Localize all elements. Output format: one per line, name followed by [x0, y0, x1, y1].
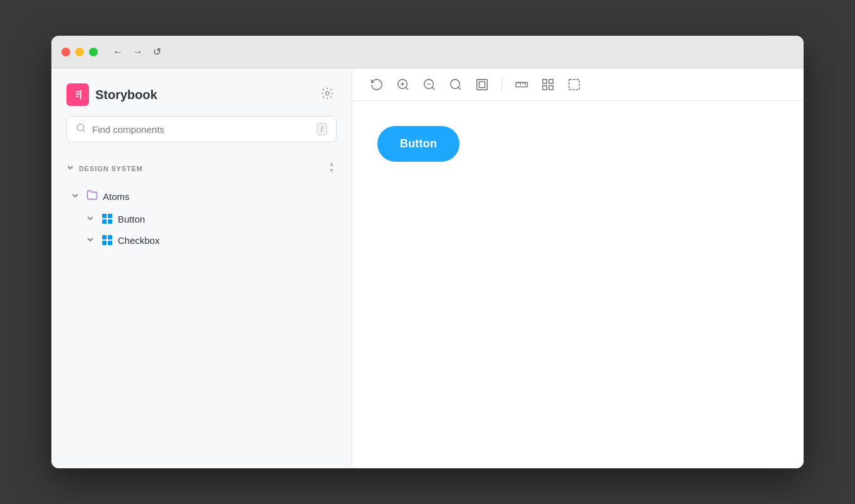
svg-rect-7 [479, 81, 485, 87]
main-area: Storybook [51, 68, 804, 468]
sidebar: Storybook [51, 68, 352, 468]
sidebar-item-atoms[interactable]: Atoms [61, 184, 342, 208]
svg-rect-6 [477, 79, 488, 90]
search-container: / [51, 116, 352, 157]
search-shortcut: / [317, 123, 327, 135]
svg-rect-9 [543, 79, 547, 83]
svg-rect-13 [569, 79, 580, 90]
search-input-wrapper[interactable]: / [66, 116, 337, 142]
traffic-lights [61, 48, 98, 56]
toolbar-divider [501, 77, 502, 92]
section-title: DESIGN SYSTEM [79, 165, 143, 172]
ruler-button[interactable] [510, 74, 533, 95]
search-input[interactable] [92, 124, 310, 135]
svg-rect-12 [549, 85, 553, 89]
browser-window: ← → ↺ Storybook [51, 36, 804, 468]
zoom-out-button[interactable] [417, 74, 441, 95]
svg-rect-10 [549, 79, 553, 83]
svg-point-1 [325, 92, 329, 95]
zoom-in-button[interactable] [391, 74, 415, 95]
folder-icon [87, 189, 98, 203]
atoms-chevron-icon [71, 192, 81, 201]
storybook-logo-icon [66, 83, 89, 106]
sidebar-item-checkbox[interactable]: Checkbox [61, 229, 342, 251]
canvas-area: Button [352, 68, 804, 468]
preview-button[interactable]: Button [377, 126, 459, 162]
section-title-area: DESIGN SYSTEM [66, 164, 143, 173]
section-chevron-icon [66, 164, 74, 173]
sidebar-header: Storybook [51, 68, 352, 116]
svg-rect-11 [543, 85, 547, 89]
svg-rect-8 [516, 82, 527, 87]
canvas-content: Button [352, 101, 804, 468]
minimize-button[interactable] [75, 48, 84, 56]
search-icon [76, 123, 86, 135]
logo-area: Storybook [66, 83, 157, 106]
nav-buttons: ← → ↺ [110, 43, 164, 60]
atoms-label: Atoms [103, 191, 130, 202]
outline-button[interactable] [562, 74, 586, 95]
sort-icon[interactable] [327, 162, 337, 174]
canvas-toolbar [352, 68, 804, 101]
component-icon [102, 213, 113, 224]
sidebar-item-button[interactable]: Button [61, 208, 342, 229]
frame-button[interactable] [470, 74, 494, 95]
button-label: Button [118, 214, 145, 224]
svg-point-2 [77, 124, 84, 131]
reset-view-button[interactable] [365, 74, 389, 95]
logo-text: Storybook [95, 88, 157, 102]
settings-button[interactable] [318, 84, 337, 106]
close-button[interactable] [61, 48, 70, 56]
zoom-reset-button[interactable] [444, 74, 468, 95]
svg-point-5 [451, 79, 460, 88]
section-header: DESIGN SYSTEM [61, 157, 342, 179]
maximize-button[interactable] [89, 48, 98, 56]
component-icon-2 [102, 234, 113, 246]
button-chevron-icon [87, 214, 97, 224]
forward-button[interactable]: → [130, 43, 145, 60]
tree-section: DESIGN SYSTEM [51, 157, 352, 251]
title-bar: ← → ↺ [51, 36, 804, 68]
back-button[interactable]: ← [110, 43, 125, 60]
grid-button[interactable] [536, 74, 560, 95]
refresh-button[interactable]: ↺ [150, 43, 164, 60]
checkbox-label: Checkbox [118, 235, 160, 246]
checkbox-chevron-icon [87, 236, 97, 245]
